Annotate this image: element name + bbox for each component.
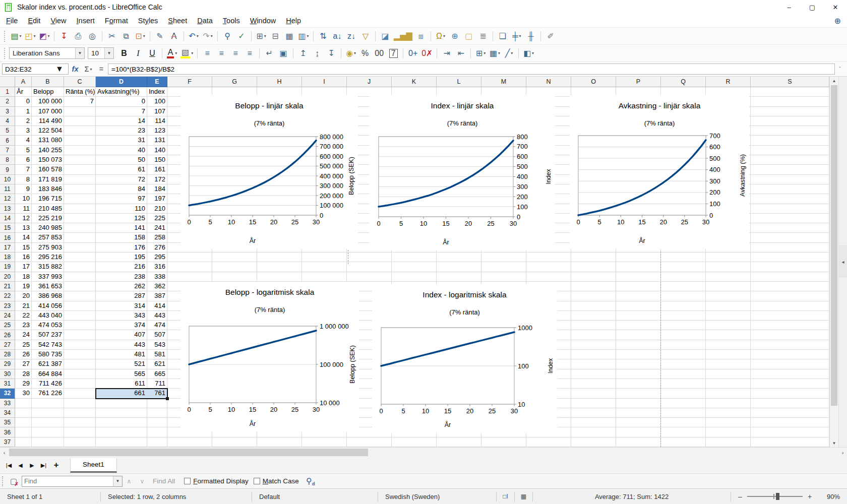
cell-P29[interactable] — [616, 359, 661, 369]
column-header-N[interactable]: N — [526, 77, 571, 87]
zoom-out-icon[interactable]: – — [736, 492, 744, 500]
cell-O24[interactable] — [571, 311, 616, 321]
cell-D12[interactable]: 97 — [96, 194, 147, 204]
chart-belopp-logaritmisk-skala[interactable]: Belopp - logaritmisk skala(7% ränta)10 0… — [180, 282, 359, 432]
copy-icon[interactable]: ⧉ — [119, 29, 133, 43]
cell-O30[interactable] — [571, 369, 616, 379]
cell-A25[interactable]: 23 — [15, 321, 32, 330]
cell-A18[interactable]: 16 — [15, 253, 32, 262]
maximize-button[interactable]: ▢ — [801, 0, 824, 14]
cell-D29[interactable]: 521 — [96, 359, 147, 369]
cell-D20[interactable]: 238 — [96, 272, 147, 282]
chevron-down-icon[interactable]: ▾ — [354, 51, 356, 55]
cell-C7[interactable] — [64, 146, 96, 155]
cell-C35[interactable] — [64, 418, 96, 427]
cell-Q23[interactable] — [661, 301, 706, 311]
cell-E19[interactable]: 316 — [147, 262, 167, 272]
cell-C18[interactable] — [64, 253, 96, 262]
cell-S34[interactable] — [751, 408, 829, 418]
cell-Q27[interactable] — [661, 340, 706, 350]
cell-D33[interactable] — [96, 399, 147, 408]
cell-C15[interactable] — [64, 223, 96, 233]
row-header-26[interactable]: 26 — [0, 330, 15, 340]
sheet-tab-sheet1[interactable]: Sheet1 — [70, 458, 117, 473]
column-header-A[interactable]: A — [15, 77, 32, 87]
cell-S17[interactable] — [751, 243, 829, 253]
format-date-icon[interactable]: 7 — [387, 46, 400, 60]
cell-O26[interactable] — [571, 330, 616, 340]
next-sheet-icon[interactable]: ▶ — [26, 459, 38, 471]
cell-C14[interactable] — [64, 214, 96, 223]
globe-icon[interactable]: ⊕ — [834, 16, 841, 26]
cell-A9[interactable]: 7 — [15, 165, 32, 174]
cell-E7[interactable]: 140 — [147, 146, 167, 155]
row-header-25[interactable]: 25 — [0, 321, 15, 330]
column-header-E[interactable]: E — [147, 77, 167, 87]
cell-A5[interactable]: 3 — [15, 126, 32, 136]
cell-G18[interactable] — [212, 253, 257, 262]
cell-E3[interactable]: 107 — [147, 107, 167, 116]
cell-S28[interactable] — [751, 350, 829, 359]
cell-A1[interactable]: År — [15, 87, 32, 97]
add-sheet-icon[interactable]: + — [49, 459, 63, 471]
vertical-scrollbar[interactable]: ▲ ▼ — [829, 77, 838, 447]
cell-D2[interactable]: 0 — [96, 97, 147, 106]
cell-E28[interactable]: 581 — [147, 350, 167, 359]
insert-rows-icon[interactable]: ⊞▾ — [255, 29, 268, 43]
cell-A11[interactable]: 9 — [15, 184, 32, 194]
cell-R37[interactable] — [706, 437, 751, 447]
cell-P37[interactable] — [616, 437, 661, 447]
cell-D36[interactable] — [96, 427, 147, 437]
chevron-down-icon[interactable]: ▼ — [55, 64, 64, 74]
cell-R21[interactable] — [706, 282, 751, 291]
cell-B19[interactable]: 315 882 — [32, 262, 64, 272]
cell-S18[interactable] — [751, 253, 829, 262]
cell-Q18[interactable] — [661, 253, 706, 262]
cell-E25[interactable]: 474 — [147, 321, 167, 330]
cell-A30[interactable]: 28 — [15, 369, 32, 379]
chevron-down-icon[interactable]: ▾ — [143, 34, 145, 38]
cell-Q21[interactable] — [661, 282, 706, 291]
cell-N19[interactable] — [526, 262, 571, 272]
row-header-3[interactable]: 3 — [0, 107, 15, 116]
cell-C2[interactable]: 7 — [64, 97, 96, 106]
cell-B13[interactable]: 210 485 — [32, 204, 64, 214]
row-header-17[interactable]: 17 — [0, 243, 15, 253]
cell-D23[interactable]: 314 — [96, 301, 147, 311]
cell-C29[interactable] — [64, 359, 96, 369]
cell-D32[interactable]: 661 — [96, 389, 147, 398]
cell-S35[interactable] — [751, 418, 829, 427]
cell-R27[interactable] — [706, 340, 751, 350]
column-header-D[interactable]: D — [96, 77, 147, 87]
cell-P19[interactable] — [616, 262, 661, 272]
insert-comment-icon[interactable]: ▢ — [462, 29, 475, 43]
cell-I18[interactable] — [302, 253, 347, 262]
show-draw-functions-icon[interactable]: ✐ — [544, 29, 557, 43]
cell-F19[interactable] — [167, 262, 212, 272]
cell-E1[interactable]: Index — [147, 87, 167, 97]
column-header-S[interactable]: S — [751, 77, 829, 87]
save-icon[interactable]: ◩▾ — [38, 29, 51, 43]
row-header-11[interactable]: 11 — [0, 184, 15, 194]
chevron-down-icon[interactable]: ▾ — [532, 51, 534, 55]
cell-C10[interactable] — [64, 175, 96, 184]
cell-E36[interactable] — [147, 427, 167, 437]
close-button[interactable]: ✕ — [824, 0, 847, 14]
column-header-F[interactable]: F — [167, 77, 212, 87]
cell-B8[interactable]: 150 073 — [32, 155, 64, 165]
menu-format[interactable]: Format — [100, 15, 133, 27]
row-header-18[interactable]: 18 — [0, 253, 15, 262]
insert-hyperlink-icon[interactable]: ⊕ — [448, 29, 461, 43]
split-window-icon[interactable]: ╫ — [524, 29, 537, 43]
row-header-32[interactable]: 32 — [0, 389, 15, 398]
cell-P35[interactable] — [616, 418, 661, 427]
chevron-down-icon[interactable]: ▾ — [498, 51, 500, 55]
cell-E31[interactable]: 711 — [147, 379, 167, 389]
cell-S7[interactable] — [751, 146, 829, 155]
cell-D1[interactable]: Avkastning(%) — [96, 87, 147, 97]
cell-D15[interactable]: 141 — [96, 223, 147, 233]
cell-E34[interactable] — [147, 408, 167, 418]
chevron-down-icon[interactable]: ▾ — [20, 34, 22, 38]
cell-S9[interactable] — [751, 165, 829, 174]
insert-pivot-table-icon[interactable]: ⧈ — [414, 29, 428, 43]
